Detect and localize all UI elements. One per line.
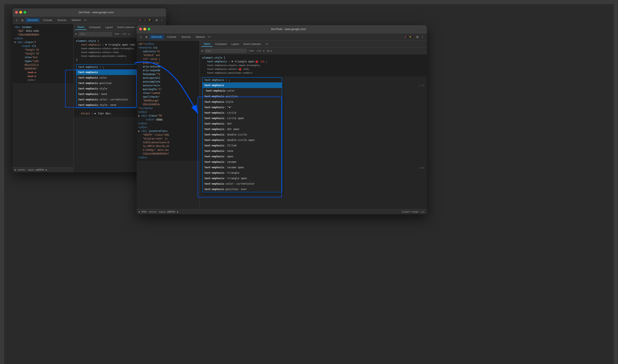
status-prev-front[interactable]: ◀ (138, 210, 140, 213)
close-button-front[interactable] (139, 28, 142, 30)
filter-hov-back[interactable]: :hov (114, 33, 119, 35)
warn-icon-back: ⚠ (144, 19, 146, 21)
filter-cls-back[interactable]: .cls (121, 33, 127, 35)
tab-event-listeners-back[interactable]: Event Listeners (115, 25, 137, 30)
html-panel-back: <div jsname= "8pb" data-ved= "IAAxUqWUEA… (13, 24, 74, 172)
autocomplete-item-9-front[interactable]: text-emphasis: double-circle (203, 132, 282, 137)
minimize-button-front[interactable] (143, 28, 146, 30)
filter-icon3-front[interactable]: ⊢ (271, 49, 272, 52)
status-9fbc[interactable]: 9FBc (141, 210, 147, 213)
tab-styles-back[interactable]: Styles (75, 25, 86, 30)
filter-input-back[interactable] (78, 32, 112, 36)
tab-console-back[interactable]: Console (41, 18, 54, 23)
autocomplete-item-14-front[interactable]: text-emphasis: sesame (203, 159, 282, 165)
autocomplete-item-11-front[interactable]: text-emphasis: filled (203, 143, 282, 148)
html-line-6: <input cli (14, 44, 72, 48)
autocomplete-item-1-front[interactable]: .text-emphasis-color (203, 88, 282, 94)
tab-layout-back[interactable]: Layout (103, 25, 115, 30)
autocomplete-item-6-front[interactable]: text-emphasis: circle open (203, 116, 282, 121)
filter-icon2-front[interactable]: ⊡ (267, 49, 269, 52)
desktop: DevTools - www.google.com/ ⊹ ⊞ Elements … (4, 4, 614, 364)
tab-more-styles-front[interactable]: >> (263, 42, 271, 46)
html-front-28: le;YMFC3:VKssTb;vk (138, 144, 198, 148)
maximize-button-front[interactable] (148, 28, 150, 30)
gear-button-front[interactable]: ⚙ (415, 35, 419, 39)
minimize-button-back[interactable] (19, 11, 22, 14)
autocomplete-item-15-front[interactable]: text-emphasis: sesame open (203, 165, 282, 170)
autocomplete-item-2-front[interactable]: text-emphasis-position (203, 94, 282, 99)
info-num-front: 2 (412, 36, 413, 38)
tab-elements-front[interactable]: Elements (149, 35, 164, 39)
html-front-31: </div> (138, 156, 198, 159)
autocomplete-item-19-front[interactable]: text-emphasis-position: over (203, 186, 282, 192)
error-num-front: 1 (407, 36, 408, 38)
html-content-back: <div jsname= "8pb" data-ved= "IAAxUqWUEA… (13, 24, 73, 83)
autocomplete-item-8-front[interactable]: text-emphasis: dot open (203, 127, 282, 132)
gear-button-back[interactable]: ⚙ (155, 18, 159, 22)
more-options-back[interactable]: ⋮ (159, 18, 165, 22)
layers-icon-front[interactable]: ⊞ (144, 34, 149, 39)
error-count-back: ⊗ 1 (140, 19, 143, 21)
autocomplete-item-10-front[interactable]: text-emphasis: double-circle open (203, 137, 282, 143)
autocomplete-item-0-front[interactable]: text-emphasis (203, 83, 282, 88)
html-front-29: e:CmVOgc" data-vec (138, 148, 198, 152)
traffic-lights-back (15, 11, 26, 14)
autocomplete-item-13-front[interactable]: text-emphasis: open (203, 154, 282, 159)
filter-add-front[interactable]: + (263, 49, 264, 52)
css-prop-4-front: text-emphasis-position: under; (202, 71, 424, 75)
info-count-back: ⚑ 1 (149, 19, 152, 21)
error-badges-back: ⊗ 1 ⚠ 1 ⚑ 1 (140, 19, 152, 21)
status-selector-back[interactable]: input.gNO89b (27, 169, 44, 171)
autocomplete-item-12-front[interactable]: text-emphasis: none (203, 148, 282, 154)
css-selector-front: element.style { (202, 56, 424, 60)
layers-icon-back[interactable]: ⊞ (20, 18, 24, 23)
autocomplete-item-7-front[interactable]: text-emphasis: dot (203, 121, 282, 127)
tab-computed-back[interactable]: Computed (87, 25, 103, 30)
tab-network-front[interactable]: Network (194, 35, 207, 39)
autocomplete-item-5-front[interactable]: text-emphasis: circle (203, 110, 282, 116)
html-line-14: text-e (14, 74, 72, 78)
status-center-front[interactable]: center (149, 210, 157, 213)
autocomplete-item-16-front[interactable]: text-emphasis: triangle (203, 170, 282, 176)
connecting-arrow (88, 46, 215, 130)
cursor-icon-back[interactable]: ⊹ (14, 18, 19, 23)
autocomplete-item-17-front[interactable]: text-emphasis: triangle open (203, 176, 282, 181)
window-title-front: DevTools - www.google.com/ (153, 27, 424, 31)
filter-cls-front[interactable]: .cls (256, 49, 261, 52)
error-num-back: 1 (141, 19, 143, 21)
tab-computed-front[interactable]: Computed (213, 42, 229, 46)
tab-layout-front[interactable]: Layout (229, 42, 241, 46)
filter-add-back[interactable]: + (128, 32, 130, 36)
status-prev-back[interactable]: ◀ (14, 169, 16, 171)
tab-styles-front[interactable]: Styles (201, 42, 213, 47)
filter-hov-front[interactable]: :hov (248, 49, 254, 52)
status-right-front: [type="range" i], (401, 210, 425, 213)
tab-network-back[interactable]: Network (69, 18, 83, 23)
close-button-back[interactable] (15, 11, 18, 14)
tab-more-front[interactable]: >> (208, 36, 211, 38)
tab-elements-back[interactable]: Elements (25, 18, 40, 23)
autocomplete-item-4-front[interactable]: text-emphasis: "❤️" (203, 104, 282, 110)
tab-event-listeners-front[interactable]: Event Listeners (241, 42, 263, 46)
tab-more-back[interactable]: >> (84, 19, 87, 21)
title-bar-front: DevTools - www.google.com/ (137, 25, 427, 33)
status-next-back[interactable]: ▶ (46, 169, 47, 171)
tab-bar-back: ⊹ ⊞ Elements Console Sources Network >> … (13, 16, 166, 24)
autocomplete-item-18-front[interactable]: text-emphasis-color: currentcolor (203, 181, 282, 186)
tab-console-front[interactable]: Console (165, 35, 178, 39)
styles-panel-front: Styles Computed Layout Event Listeners >… (200, 41, 427, 209)
error-icon-front: ⊗ (405, 36, 406, 38)
autocomplete-item-3-front[interactable]: text-emphasis-style (203, 99, 282, 104)
more-options-front[interactable]: ⋮ (420, 35, 425, 39)
cursor-icon-front[interactable]: ⊹ (138, 34, 143, 39)
status-center-back[interactable]: center (17, 169, 26, 171)
tab-sources-back[interactable]: Sources (55, 18, 69, 23)
tab-bar-front: ⊹ ⊞ Elements Console Sources Network >> … (137, 33, 427, 41)
maximize-button-back[interactable] (24, 11, 26, 14)
status-selector-front[interactable]: input.gNO89b (159, 210, 175, 213)
styles-tabs-front: Styles Computed Layout Event Listeners >… (200, 41, 427, 48)
css-prop-1-front: text-emphasis : ▼ triangle open red ; (202, 60, 424, 64)
window-title-back: DevTools - www.google.com/ (29, 11, 164, 14)
tab-sources-front[interactable]: Sources (179, 35, 193, 39)
status-next-front[interactable]: ▶ (177, 210, 179, 213)
